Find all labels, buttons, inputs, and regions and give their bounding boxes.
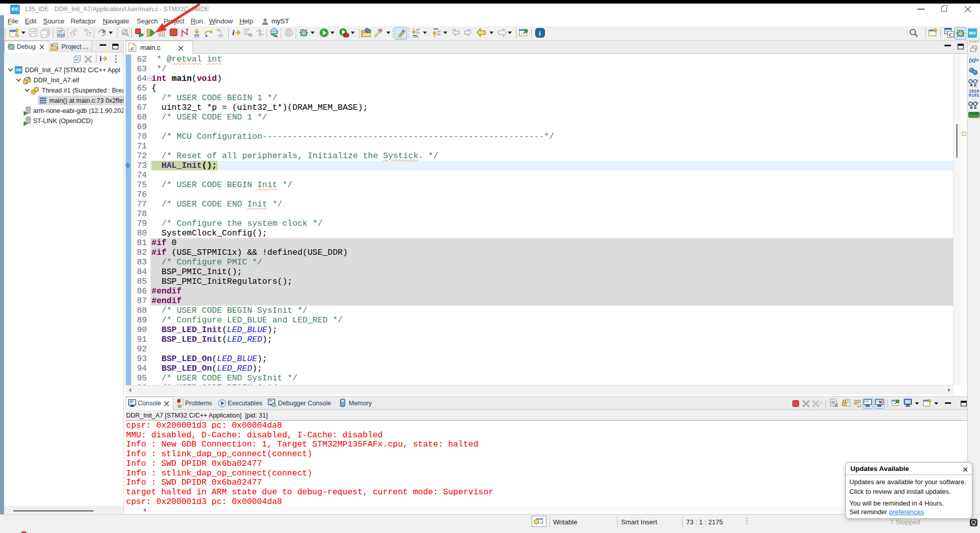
svg-text:C: C	[949, 32, 953, 38]
svg-text:i: i	[100, 55, 102, 63]
svg-text:i: i	[232, 28, 235, 37]
svg-text:.c: .c	[130, 46, 134, 51]
svg-text:i: i	[539, 29, 541, 37]
svg-text:010: 010	[57, 33, 65, 38]
